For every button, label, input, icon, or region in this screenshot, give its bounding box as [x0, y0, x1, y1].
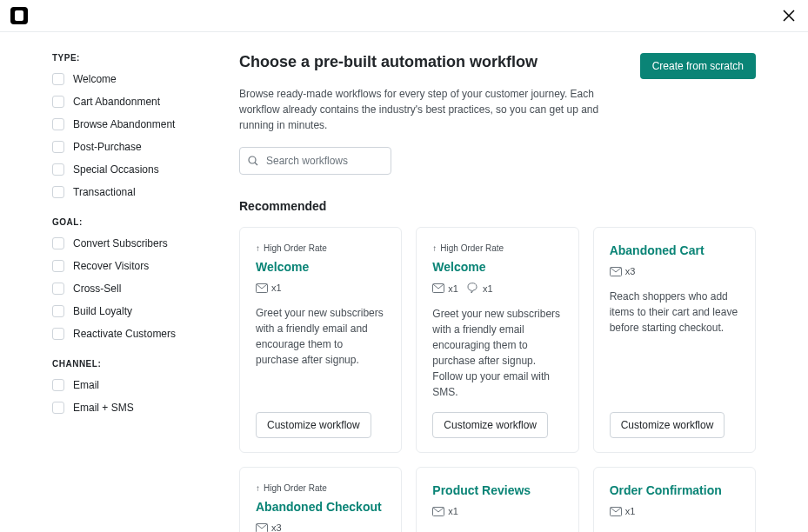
workflow-card: Abandoned Cartx3Reach shoppers who add i… [593, 227, 756, 453]
channel-filter-item[interactable]: Email [52, 379, 204, 391]
card-description: Send a receipt and provide a seamless sh… [610, 529, 739, 532]
sms-icon [467, 283, 479, 294]
create-from-scratch-button[interactable]: Create from scratch [640, 53, 756, 79]
arrow-up-icon: ↑ [432, 243, 437, 253]
channel-indicator: x3 [610, 266, 636, 276]
card-description: Reach shoppers who add items to their ca… [610, 289, 739, 400]
channel-indicator: x3 [256, 522, 282, 532]
workflow-card: Product Reviewsx1Send customers automate… [416, 467, 578, 532]
customize-workflow-button[interactable]: Customize workflow [610, 412, 725, 438]
search-icon [248, 156, 258, 166]
checkbox[interactable] [52, 260, 64, 272]
checkbox[interactable] [52, 305, 64, 317]
close-button[interactable] [780, 7, 798, 24]
type-filter-item[interactable]: Welcome [52, 73, 204, 85]
checkbox[interactable] [52, 379, 64, 391]
card-title: Welcome [256, 260, 385, 274]
checkbox[interactable] [52, 118, 64, 130]
type-filter-item[interactable]: Cart Abandonment [52, 96, 204, 108]
close-icon [783, 10, 795, 22]
channel-count: x3 [625, 266, 636, 276]
channel-row: x3 [256, 522, 385, 532]
filter-label: Recover Visitors [73, 260, 149, 272]
channel-row: x1 [610, 506, 739, 516]
channel-indicator: x1 [256, 283, 282, 293]
goal-filter-item[interactable]: Convert Subscribers [52, 237, 204, 249]
card-tag: ↑High Order Rate [256, 243, 385, 253]
channel-indicator: x1 [432, 283, 458, 294]
card-description: Greet your new subscribers with a friend… [432, 306, 562, 400]
channel-row: x3 [610, 266, 739, 276]
goal-filter-item[interactable]: Reactivate Customers [52, 328, 204, 340]
channel-count: x3 [271, 522, 282, 532]
customize-workflow-button[interactable]: Customize workflow [432, 412, 548, 438]
channel-count: x1 [271, 283, 282, 293]
type-filter-item[interactable]: Transactional [52, 186, 204, 198]
goal-filter-item[interactable]: Build Loyalty [52, 305, 204, 317]
card-title: Abandoned Cart [610, 243, 739, 257]
card-tag: ↑High Order Rate [432, 243, 562, 253]
card-title: Abandoned Checkout [256, 500, 385, 514]
checkbox[interactable] [52, 237, 64, 249]
search-input[interactable] [239, 147, 391, 175]
checkbox[interactable] [52, 163, 64, 176]
channel-filter-item[interactable]: Email + SMS [52, 402, 204, 414]
filter-label: Cart Abandonment [73, 96, 160, 108]
checkbox[interactable] [52, 186, 64, 198]
goal-filter-item[interactable]: Recover Visitors [52, 260, 204, 272]
filter-label: Special Occasions [73, 163, 159, 176]
card-description: Send customers automated emails with lin… [432, 529, 562, 532]
filter-label: Transactional [73, 186, 136, 198]
channel-row: x1 [432, 506, 562, 516]
card-title: Product Reviews [432, 483, 562, 497]
channel-indicator: x1 [467, 283, 493, 294]
email-icon [610, 267, 622, 276]
filter-label: Build Loyalty [73, 305, 132, 317]
filter-label: Post-Purchase [73, 141, 142, 153]
type-filter-item[interactable]: Special Occasions [52, 163, 204, 176]
workflow-card: ↑High Order RateAbandoned Checkoutx3Send… [239, 467, 402, 532]
page-title: Choose a pre-built automation workflow [239, 53, 538, 71]
card-tag: ↑High Order Rate [256, 483, 385, 493]
channel-heading: CHANNEL: [52, 359, 204, 369]
checkbox[interactable] [52, 96, 64, 108]
checkbox[interactable] [52, 141, 64, 153]
goal-heading: GOAL: [52, 217, 204, 227]
channel-count: x1 [625, 506, 636, 516]
goal-filter-item[interactable]: Cross-Sell [52, 283, 204, 295]
arrow-up-icon: ↑ [256, 243, 260, 253]
filter-label: Cross-Sell [73, 283, 121, 295]
page-description: Browse ready-made workflows for every st… [239, 86, 604, 133]
filter-label: Welcome [73, 73, 117, 85]
channel-count: x1 [448, 283, 458, 294]
workflow-card: ↑High Order RateWelcomex1x1Greet your ne… [416, 227, 578, 453]
email-icon [610, 507, 622, 516]
type-filter-item[interactable]: Post-Purchase [52, 141, 204, 153]
filter-label: Browse Abandonment [73, 118, 175, 130]
checkbox[interactable] [52, 73, 64, 85]
filter-label: Reactivate Customers [73, 328, 176, 340]
card-description: Greet your new subscribers with a friend… [256, 305, 385, 400]
checkbox[interactable] [52, 328, 64, 340]
filter-label: Email + SMS [73, 402, 134, 414]
workflow-card: Order Confirmationx1Send a receipt and p… [593, 467, 756, 532]
svg-line-1 [255, 163, 257, 165]
type-heading: TYPE: [52, 53, 204, 63]
app-logo [10, 7, 28, 24]
checkbox[interactable] [52, 283, 64, 295]
filter-label: Email [73, 379, 99, 391]
channel-count: x1 [483, 283, 493, 294]
card-title: Welcome [432, 260, 562, 274]
filter-label: Convert Subscribers [73, 237, 168, 249]
channel-row: x1 [256, 283, 385, 293]
recommended-heading: Recommended [239, 199, 756, 213]
checkbox[interactable] [52, 402, 64, 414]
email-icon [432, 283, 444, 293]
svg-point-0 [249, 156, 256, 163]
email-icon [256, 283, 268, 293]
email-icon [432, 507, 444, 516]
type-filter-item[interactable]: Browse Abandonment [52, 118, 204, 130]
workflow-card: ↑High Order RateWelcomex1Greet your new … [239, 227, 402, 453]
email-icon [256, 523, 268, 533]
customize-workflow-button[interactable]: Customize workflow [256, 412, 371, 438]
